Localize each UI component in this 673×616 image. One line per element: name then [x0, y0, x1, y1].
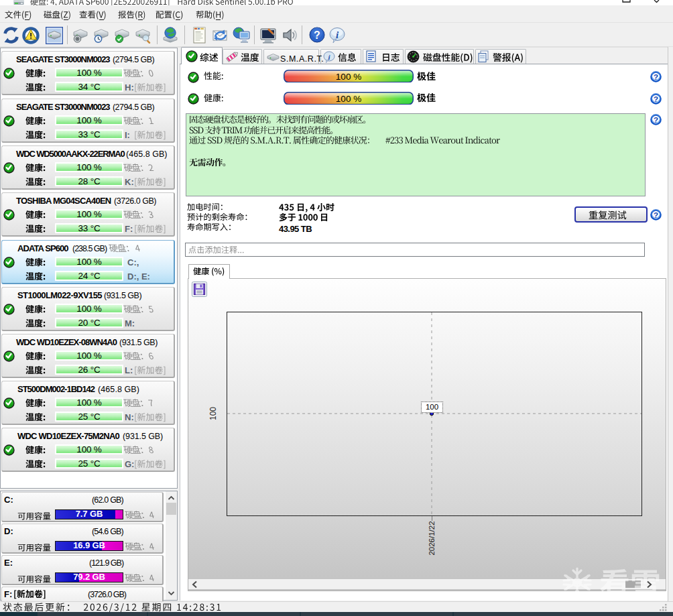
svg-text:?: ?: [654, 211, 658, 219]
svg-text:?: ?: [314, 29, 320, 41]
svg-text:?: ?: [654, 73, 658, 81]
svg-text:?: ?: [654, 95, 658, 103]
svg-text:100 %: 100 %: [336, 71, 361, 81]
svg-text:100 %: 100 %: [336, 93, 361, 103]
svg-text:?: ?: [654, 116, 658, 124]
